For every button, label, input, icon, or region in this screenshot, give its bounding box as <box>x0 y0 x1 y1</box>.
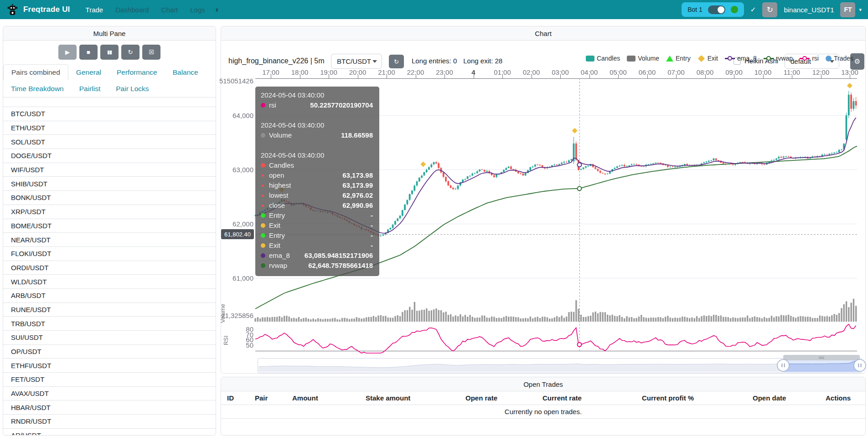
pair-list-item[interactable]: AR/USDT <box>3 429 216 436</box>
bot-toggle-switch[interactable] <box>708 5 725 14</box>
nav-link-dashboard[interactable]: Dashboard <box>115 6 149 14</box>
pair-list-item[interactable]: HBAR/USDT <box>3 400 216 415</box>
legend-label: Candles <box>597 55 620 62</box>
series-dot-icon <box>261 133 265 138</box>
pair-list-item[interactable]: TRB/USDT <box>3 317 216 331</box>
tooltip-label: Exit <box>269 221 280 231</box>
tooltip-date: 2024-05-04 03:40:00 <box>261 120 373 130</box>
legend-item-rsi[interactable]: rsi <box>800 55 819 62</box>
stop-button[interactable]: ■ <box>79 45 98 60</box>
bot-selector[interactable]: Bot 1 <box>682 2 744 17</box>
pair-list-item[interactable]: XRP/USDT <box>3 205 216 219</box>
pair-select[interactable]: BTC/USDT <box>331 54 382 69</box>
pair-list-item[interactable]: RUNE/USDT <box>3 303 216 317</box>
chart-legend: CandlesVolumeEntryExitema_8rvwaprsiTrade… <box>586 55 853 62</box>
nav-link-logs[interactable]: Logs <box>190 6 205 14</box>
pair-list-item[interactable]: FLOKI/USDT <box>3 247 216 261</box>
legend-item-exit[interactable]: Exit <box>698 55 718 62</box>
long-entries-label: Long entries: 0 <box>412 57 457 65</box>
legend-item-trades[interactable]: Trades <box>826 55 853 62</box>
pair-list: BTC/USDTETH/USDTSOL/USDTDOGE/USDTWIF/USD… <box>3 107 216 436</box>
open-trades-panel: Open Trades IDPairAmountStake amountOpen… <box>221 377 866 436</box>
brand[interactable]: Freqtrade UI <box>6 4 70 16</box>
column-header-open-date: Open date <box>747 394 820 402</box>
legend-item-entry[interactable]: Entry <box>666 55 691 62</box>
nav-link-chart[interactable]: Chart <box>161 6 178 14</box>
pair-list-item[interactable]: DOGE/USDT <box>3 149 216 163</box>
pause-button[interactable]: ▮▮ <box>100 45 119 60</box>
series-dot-icon <box>262 174 264 177</box>
reload-bot-button[interactable]: ↻ <box>762 2 777 17</box>
multi-pane-title: Multi Pane <box>3 26 216 41</box>
refresh-icon: ↻ <box>394 58 399 65</box>
chart-panel-title: Chart <box>221 26 865 41</box>
tooltip-label: rvwap <box>269 261 287 271</box>
bot-control-buttons: ▶■▮▮↻☒ <box>3 45 216 60</box>
app-root: Freqtrade UI TradeDashboardChartLogs ◐ B… <box>0 0 868 436</box>
chevron-down-icon[interactable]: ▾ <box>859 7 862 13</box>
theme-toggle-icon[interactable]: ◐ <box>215 5 220 15</box>
pair-list-item[interactable]: FET/USDT <box>3 373 216 387</box>
tab-balance[interactable]: Balance <box>165 64 206 81</box>
tab-performance[interactable]: Performance <box>109 64 165 81</box>
legend-item-rvwap[interactable]: rvwap <box>764 55 793 62</box>
pair-list-item[interactable]: WIF/USDT <box>3 163 216 177</box>
pair-list-item[interactable]: ORDI/USDT <box>3 261 216 275</box>
legend-item-volume[interactable]: Volume <box>627 55 659 62</box>
series-dot-icon <box>261 263 265 268</box>
tooltip-label: highest <box>269 180 291 190</box>
tab-time-breakdown[interactable]: Time Breakdown <box>3 81 72 97</box>
refresh-button[interactable]: ↻ <box>121 45 140 60</box>
nav-link-trade[interactable]: Trade <box>86 6 103 14</box>
chart-tooltip: 2024-05-04 03:40:00rsi50.225770201907042… <box>255 87 379 276</box>
tab-pairs-combined[interactable]: Pairs combined <box>3 64 68 81</box>
tab-general[interactable]: General <box>68 64 109 81</box>
pair-list-item[interactable]: ARB/USDT <box>3 289 216 303</box>
chart-refresh-button[interactable]: ↻ <box>389 55 404 68</box>
series-dot-icon <box>261 213 265 218</box>
pair-list-item[interactable]: ETH/USDT <box>3 121 216 135</box>
tooltip-row: Entry- <box>261 210 373 221</box>
tooltip-section: 2024-05-04 03:40:00Volume118.66598 <box>261 120 373 140</box>
play-button[interactable]: ▶ <box>58 45 77 60</box>
tooltip-date: 2024-05-04 03:40:00 <box>261 150 373 160</box>
legend-label: ema_8 <box>737 55 757 62</box>
forced-exit-button[interactable]: ☒ <box>142 45 160 60</box>
tooltip-section: 2024-05-04 03:40:00rsi50.22577020190704 <box>261 90 373 110</box>
tooltip-value: 118.66598 <box>341 130 373 140</box>
pair-list-item[interactable]: BOME/USDT <box>3 219 216 233</box>
pair-list-item[interactable]: SHIB/USDT <box>3 177 216 191</box>
multi-pane-panel: Multi Pane ▶■▮▮↻☒ Pairs combinedGeneralP… <box>3 26 216 436</box>
pair-list-item[interactable]: WLD/USDT <box>3 275 216 289</box>
multi-pane-tabs: Pairs combinedGeneralPerformanceBalanceT… <box>3 64 216 97</box>
navbar-right: Bot 1 ✓ ↻ binance_USDT1 FT ▾ <box>682 2 862 17</box>
tooltip-row: Volume118.66598 <box>261 130 373 140</box>
pair-list-item[interactable]: RNDR/USDT <box>3 415 216 429</box>
series-dot-icon <box>261 243 265 248</box>
pair-list-item[interactable]: AVAX/USDT <box>3 387 216 401</box>
tooltip-row: open63,173.98 <box>261 170 373 180</box>
series-dot-icon <box>261 253 265 258</box>
tooltip-row: ema_863,085.948152171906 <box>261 251 373 261</box>
pair-list-item[interactable]: SOL/USDT <box>3 135 216 149</box>
tooltip-row: close62,990.96 <box>261 200 373 210</box>
pair-list-item[interactable]: SUI/USDT <box>3 331 216 345</box>
avatar[interactable]: FT <box>840 2 855 17</box>
legend-item-ema_8[interactable]: ema_8 <box>725 55 757 62</box>
pair-list-item[interactable]: BONK/USDT <box>3 191 216 205</box>
pair-list-item[interactable]: OP/USDT <box>3 345 216 359</box>
tooltip-label: Entry <box>269 231 285 241</box>
series-dot-icon <box>261 223 265 228</box>
chart-toolbar: high_frog_binance_v226 | 5m BTC/USDT ↻ L… <box>221 41 865 66</box>
tab-pairlist[interactable]: Pairlist <box>72 81 108 97</box>
legend-item-candles[interactable]: Candles <box>586 55 620 62</box>
pair-list-item[interactable]: ETHFI/USDT <box>3 359 216 373</box>
pair-list-item[interactable]: BTC/USDT <box>3 107 216 121</box>
tooltip-row: Exit- <box>261 221 373 231</box>
tab-pair-locks[interactable]: Pair Locks <box>108 81 156 97</box>
pair-list-item[interactable]: NEAR/USDT <box>3 233 216 247</box>
pair-select-value: BTC/USDT <box>337 57 371 65</box>
rvwap-legend-marker-icon <box>764 56 774 62</box>
brand-title: Freqtrade UI <box>23 5 70 14</box>
rsi-legend-marker-icon <box>800 56 810 62</box>
